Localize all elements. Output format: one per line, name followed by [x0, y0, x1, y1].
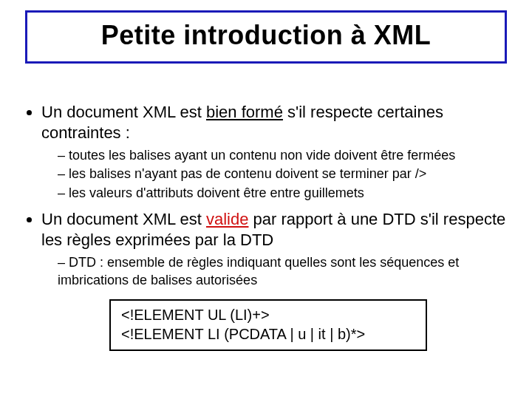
code-line: <!ELEMENT LI (PCDATA | u | it | b)*>: [121, 324, 415, 344]
sub-item: DTD : ensemble de règles indiquant quell…: [58, 254, 511, 289]
sub-list-2: DTD : ensemble de règles indiquant quell…: [41, 254, 511, 289]
sub-item: les valeurs d'attributs doivent être ent…: [58, 185, 511, 202]
bullet-valide: Un document XML est valide par rapport à…: [41, 209, 511, 289]
dtd-code-box: <!ELEMENT UL (LI)+> <!ELEMENT LI (PCDATA…: [109, 299, 427, 351]
slide-title: Petite introduction à XML: [27, 20, 505, 51]
sub-list-1: toutes les balises ayant un contenu non …: [41, 147, 511, 202]
title-box: Petite introduction à XML: [25, 10, 507, 64]
text: Un document XML est: [41, 103, 206, 121]
bullet-bien-forme: Un document XML est bien formé s'il resp…: [41, 102, 511, 202]
sub-item: toutes les balises ayant un contenu non …: [58, 147, 511, 164]
sub-item: les balises n'ayant pas de contenu doive…: [58, 166, 511, 183]
code-line: <!ELEMENT UL (LI)+>: [121, 305, 415, 324]
main-list: Un document XML est bien formé s'il resp…: [21, 102, 511, 289]
content-area: Un document XML est bien formé s'il resp…: [0, 64, 532, 351]
underline-bien-forme: bien formé: [206, 103, 283, 121]
text: Un document XML est: [41, 210, 206, 228]
underline-valide: valide: [206, 210, 248, 228]
